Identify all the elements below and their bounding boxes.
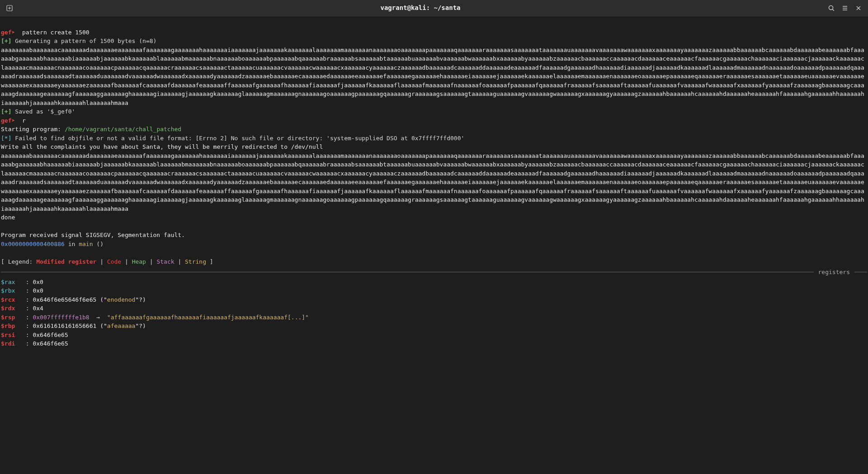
titlebar: vagrant@kali: ~/santa (0, 0, 868, 16)
gef-prompt: gef➤ (1, 29, 15, 36)
reg-rsi-name: $rsi (1, 332, 15, 338)
pattern-output-1: aaaaaaaabaaaaaaacaaaaaaadaaaaaaaeaaaaaaa… (1, 47, 864, 106)
reg-rsp-arrow: → (90, 314, 107, 321)
sigsegv-text: Program received signal SIGSEGV, Segment… (1, 232, 185, 238)
reg-sep: : (15, 279, 33, 285)
reg-rdi-name: $rdi (1, 340, 15, 347)
legend-sep-1: | (96, 258, 107, 265)
reg-rdx-val: 0x4 (33, 305, 43, 312)
reg-rbx-val: 0x0 (33, 287, 43, 294)
main-symbol: main (79, 241, 93, 247)
reg-rbp-val: 0x6161616161656661 (" (33, 322, 107, 329)
generating-text: Generating a pattern of 1500 bytes (n=8) (11, 38, 156, 44)
cmd-run: r (15, 117, 25, 124)
legend-code: Code (107, 258, 121, 265)
cmd-pattern-create: pattern create 1500 (15, 29, 89, 36)
reg-rsi-val: 0x646f6e65 (33, 332, 68, 338)
terminal-output[interactable]: gef➤ pattern create 1500 [+] Generating … (0, 16, 868, 474)
reg-sep: : (15, 287, 33, 294)
reg-rcx-tail: "?) (135, 296, 146, 303)
reg-rcx-val: 0x646f6e65646f6e65 (" (33, 296, 107, 303)
done-text: done (1, 214, 15, 221)
in-text: in (65, 241, 79, 247)
reg-rdi-val: 0x646f6e65 (33, 340, 68, 347)
close-icon (855, 5, 862, 11)
parens: () (93, 241, 104, 247)
svg-point-3 (829, 5, 833, 9)
reg-sep: : (15, 314, 33, 321)
section-divider-registers: registers (1, 268, 867, 277)
reg-rcx-str: enodenod (107, 296, 136, 303)
reg-sep: : (15, 322, 33, 329)
legend-stack: Stack (156, 258, 174, 265)
plus-box-icon (6, 5, 13, 12)
legend-modified: Modified register (36, 258, 96, 265)
reg-sep: : (15, 340, 33, 347)
reg-sep: : (15, 332, 33, 338)
legend-sep-4: | (175, 258, 185, 265)
plus-prefix-2: [+] (1, 108, 11, 115)
legend-heap: Heap (132, 258, 146, 265)
fail-text: Failed to find objfile or not a valid fi… (11, 135, 464, 142)
menu-button[interactable] (839, 2, 851, 14)
hamburger-icon (841, 5, 849, 12)
svg-line-4 (833, 9, 835, 11)
plus-prefix: [+] (1, 38, 11, 44)
reg-rbp-tail: "?) (135, 322, 146, 329)
close-button[interactable] (853, 2, 864, 14)
reg-sep: : (15, 305, 33, 312)
reg-rdx-name: $rdx (1, 305, 15, 312)
reg-rcx-name: $rcx (1, 296, 15, 303)
reg-rbp-str: afeaaaaa (107, 322, 136, 329)
reg-rsp-addr: 0x007fffffffe1b8 (33, 314, 89, 321)
program-path: /home/vagrant/santa/chall_patched (65, 126, 181, 133)
window-title: vagrant@kali: ~/santa (15, 3, 826, 13)
search-icon (828, 5, 835, 12)
reg-sep: : (15, 296, 33, 303)
legend-open: [ Legend: (1, 258, 36, 265)
saved-text: Saved as '$_gef0' (11, 108, 75, 115)
section-label-registers: registers (816, 268, 852, 277)
star-prefix: [*] (1, 135, 11, 142)
pattern-output-2: aaaaaaaabaaaaaaacaaaaaaadaaaaaaaeaaaaaaa… (1, 152, 864, 212)
legend-sep-3: | (146, 258, 156, 265)
reg-rsp-str: "affaaaaaafgaaaaaafhaaaaaafiaaaaaafjaaaa… (107, 314, 309, 321)
reg-rax-name: $rax (1, 279, 15, 285)
search-button[interactable] (826, 2, 837, 14)
legend-sep-2: | (121, 258, 132, 265)
reg-rax-val: 0x0 (33, 279, 43, 285)
reg-rsp-name: $rsp (1, 314, 15, 321)
legend-close: ] (206, 258, 213, 265)
fault-address: 0x0000000000400886 (1, 241, 65, 247)
write-prompt-text: Write all the complaints you have about … (1, 143, 323, 150)
new-tab-button[interactable] (4, 2, 15, 14)
reg-rbp-name: $rbp (1, 322, 15, 329)
reg-rbx-name: $rbx (1, 287, 15, 294)
legend-string: String (185, 258, 206, 265)
starting-program-label: Starting program: (1, 126, 65, 133)
gef-prompt-2: gef➤ (1, 117, 15, 124)
